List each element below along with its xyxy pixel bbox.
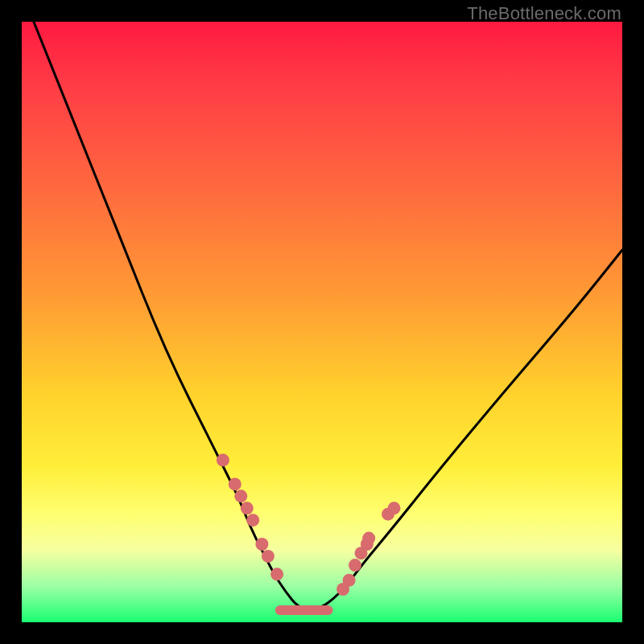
chart-stage: TheBottleneck.com: [0, 0, 644, 644]
curve-marker-dot: [270, 568, 283, 580]
curve-marker-dot: [262, 550, 275, 563]
curve-markers-group: [217, 454, 401, 596]
plot-area: [22, 22, 622, 622]
curve-marker-dot: [229, 477, 242, 490]
curve-marker-dot: [343, 574, 356, 587]
curve-marker-dot: [388, 502, 401, 514]
curve-marker-dot: [246, 514, 259, 526]
chart-svg: [22, 22, 622, 622]
curve-marker-dot: [349, 559, 361, 572]
curve-marker-dot: [362, 532, 375, 545]
curve-marker-dot: [217, 454, 229, 467]
curve-marker-dot: [234, 489, 247, 502]
curve-marker-dot: [241, 502, 254, 514]
bottleneck-curve: [34, 22, 622, 608]
curve-marker-dot: [255, 538, 268, 551]
